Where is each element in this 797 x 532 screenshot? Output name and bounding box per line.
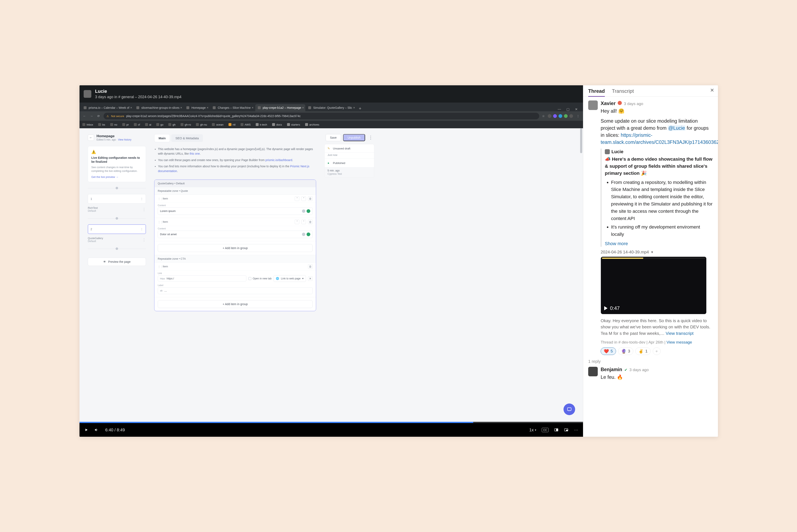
browser-tab[interactable]: Homepage✕ bbox=[184, 104, 210, 111]
star-icon[interactable]: ☆ bbox=[542, 114, 545, 118]
unpublish-button[interactable]: Unpublish bbox=[343, 134, 365, 141]
move-up-button[interactable]: ˄ bbox=[295, 196, 299, 201]
slice-divider[interactable] bbox=[88, 216, 146, 221]
window-maximize-icon[interactable]: ▢ bbox=[566, 107, 570, 111]
bookmark[interactable]: gh bbox=[168, 123, 175, 126]
intercom-fab[interactable] bbox=[564, 403, 575, 415]
slot-menu-icon[interactable]: ⋮ bbox=[140, 228, 143, 231]
add-reaction-button[interactable]: ☺ bbox=[653, 347, 661, 355]
browser-tab[interactable]: Simulator: QuoteGallery – Slic✕ bbox=[306, 104, 356, 111]
link[interactable]: prismic.io/dashboard bbox=[265, 158, 292, 162]
bookmark[interactable]: gh-nu bbox=[196, 123, 207, 126]
nav-forward-icon[interactable]: → bbox=[90, 114, 94, 118]
slot-menu-icon[interactable]: ⋮ bbox=[140, 197, 143, 201]
mention[interactable]: @Lucie bbox=[668, 126, 685, 131]
window-close-icon[interactable]: ✕ bbox=[575, 107, 577, 111]
author-name[interactable]: Benjamin bbox=[601, 367, 622, 373]
bookmark[interactable]: cf bbox=[134, 123, 140, 126]
add-item-button[interactable]: + Add item in group bbox=[158, 300, 312, 308]
message-time[interactable]: 3 days ago bbox=[629, 367, 649, 372]
close-icon[interactable]: ✕ bbox=[207, 106, 209, 109]
cc-button[interactable]: CC bbox=[542, 428, 549, 432]
tab-seo[interactable]: SEO & Metadata bbox=[171, 134, 203, 142]
content-input[interactable]: Dolor sit amet bbox=[158, 231, 312, 238]
bookmark[interactable]: ntl bbox=[229, 123, 235, 126]
pip-icon[interactable] bbox=[564, 428, 568, 432]
link-input[interactable]: https https:/ bbox=[158, 276, 246, 282]
video-frame[interactable]: prisma.io – Calendar – Week of✕ slicemac… bbox=[79, 102, 583, 422]
tab-transcript[interactable]: Transcript bbox=[612, 88, 634, 96]
slice-divider[interactable] bbox=[88, 186, 146, 190]
link[interactable]: this one bbox=[190, 152, 200, 155]
extension-icon[interactable] bbox=[564, 114, 568, 118]
move-down-button[interactable]: ˅ bbox=[301, 196, 306, 201]
reaction[interactable]: ✌️1 bbox=[635, 347, 651, 355]
browser-tab[interactable]: prisma.io – Calendar – Week of✕ bbox=[81, 104, 133, 111]
volume-icon[interactable] bbox=[94, 428, 99, 432]
drag-icon[interactable]: ⋮⋮ bbox=[158, 221, 160, 223]
view-transcript-link[interactable]: View transcript bbox=[666, 331, 694, 336]
author-name[interactable]: Xavier bbox=[601, 100, 615, 106]
bookmark-folder[interactable]: starters bbox=[287, 123, 300, 126]
bookmark[interactable]: gh-ro bbox=[181, 123, 191, 126]
video-progress[interactable] bbox=[79, 422, 583, 423]
slice-divider[interactable] bbox=[88, 246, 146, 251]
bookmark[interactable]: pr bbox=[122, 123, 129, 126]
avatar[interactable] bbox=[588, 367, 598, 376]
play-icon[interactable] bbox=[84, 428, 89, 432]
add-item-button[interactable]: + Add item in group bbox=[158, 244, 312, 252]
open-new-tab-checkbox[interactable]: Open in new tab bbox=[248, 277, 271, 280]
show-more-link[interactable]: Show more bbox=[605, 241, 628, 246]
preview-page-button[interactable]: 👁Preview the page bbox=[88, 258, 146, 266]
browser-tab[interactable]: Changes – Slice Machine✕ bbox=[210, 104, 255, 111]
bookmark[interactable]: ocean bbox=[212, 123, 223, 126]
move-down-button[interactable]: ˅ bbox=[301, 220, 306, 224]
bookmark[interactable]: go bbox=[156, 123, 163, 126]
more-icon[interactable]: ⋯ bbox=[574, 428, 578, 432]
move-up-button[interactable]: ˄ bbox=[295, 220, 299, 224]
label-input[interactable]: ab … bbox=[158, 287, 312, 294]
bookmark-folder[interactable]: archives bbox=[305, 123, 319, 126]
view-message-link[interactable]: View message bbox=[666, 340, 692, 344]
browser-menu-icon[interactable]: ⋮ bbox=[576, 114, 580, 118]
delete-icon[interactable]: 🗑 bbox=[308, 264, 312, 269]
avatar[interactable] bbox=[588, 100, 598, 110]
close-icon[interactable]: ✕ bbox=[353, 106, 355, 109]
new-tab-button[interactable]: + bbox=[357, 106, 364, 111]
video-channel[interactable]: # general bbox=[118, 95, 134, 99]
clear-link-button[interactable]: ✕ bbox=[308, 276, 312, 281]
window-minimize-icon[interactable]: — bbox=[558, 107, 561, 111]
quoted-author[interactable]: Lucie bbox=[611, 149, 623, 154]
close-icon[interactable]: ✕ bbox=[180, 106, 182, 109]
address-field[interactable]: ⚠ Not secure play-crepe-b1a2.wroom.test/… bbox=[103, 113, 539, 119]
close-icon[interactable]: ✕ bbox=[251, 106, 254, 109]
bookmark[interactable]: ai bbox=[145, 123, 151, 126]
theater-icon[interactable] bbox=[554, 428, 558, 432]
bookmark[interactable]: AWS bbox=[241, 123, 251, 126]
close-icon[interactable]: ✕ bbox=[710, 88, 714, 93]
nav-reload-icon[interactable]: ⟳ bbox=[96, 114, 101, 118]
kebab-icon[interactable]: ⋮ bbox=[367, 135, 374, 140]
speed-control[interactable]: 1x▾ bbox=[529, 428, 536, 432]
link-type-select[interactable]: 🌐Link to web page▾ bbox=[273, 275, 306, 282]
drag-icon[interactable]: ⋮⋮ bbox=[158, 197, 160, 200]
extension-icon[interactable] bbox=[569, 114, 573, 118]
slice-slot-active[interactable]: 2⋮ bbox=[88, 224, 146, 234]
bookmark[interactable]: Inbox bbox=[82, 123, 93, 126]
view-history-link[interactable]: View history bbox=[118, 138, 131, 141]
nav-back-icon[interactable]: ← bbox=[82, 114, 87, 118]
extension-icon[interactable] bbox=[548, 114, 551, 118]
reaction[interactable]: 🔮3 bbox=[618, 347, 633, 355]
extension-icon[interactable] bbox=[558, 114, 562, 118]
slice-slot[interactable]: 1⋮ bbox=[88, 194, 146, 204]
tab-main[interactable]: Main bbox=[154, 134, 170, 142]
reaction[interactable]: ❤️5 bbox=[601, 347, 616, 355]
extension-icon[interactable] bbox=[553, 114, 557, 118]
browser-tab[interactable]: slicemachine-groups-in-slices✕ bbox=[134, 104, 184, 111]
save-button[interactable]: Save bbox=[326, 134, 341, 141]
channel-link[interactable]: # dev-tools-dev bbox=[619, 340, 645, 344]
close-icon[interactable]: ✕ bbox=[130, 106, 132, 109]
video-attachment-thumb[interactable]: 0:47 bbox=[601, 256, 706, 314]
bookmark-folder[interactable]: k-tech bbox=[256, 123, 267, 126]
message-time[interactable]: 3 days ago bbox=[624, 101, 643, 106]
